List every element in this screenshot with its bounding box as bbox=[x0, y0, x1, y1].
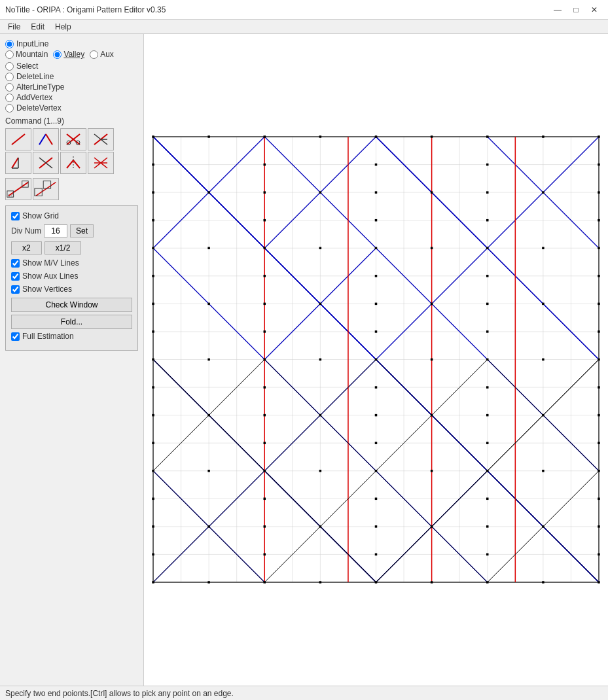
status-bar: Specify two end poionts.[Ctrl] allows to… bbox=[0, 686, 608, 700]
multiple-lines-icon bbox=[92, 155, 110, 171]
tool-btn-7[interactable] bbox=[60, 152, 86, 174]
deletevertex-label[interactable]: DeleteVertex bbox=[16, 103, 62, 113]
tool-btn-6[interactable] bbox=[33, 152, 59, 174]
status-text: Specify two end poionts.[Ctrl] allows to… bbox=[5, 689, 234, 698]
title-bar-left: NoTitle - ORIPA : Origami Pattern Editor… bbox=[5, 5, 166, 14]
tool-btn-8[interactable] bbox=[88, 152, 114, 174]
menu-bar: File Edit Help bbox=[0, 20, 608, 34]
fold-button[interactable]: Fold... bbox=[11, 315, 132, 329]
triangle-fold-icon bbox=[9, 155, 27, 171]
line-type-group: Mountain Valley Aux bbox=[5, 50, 138, 59]
line-segment-icon bbox=[9, 131, 27, 147]
addvertex-label[interactable]: AddVertex bbox=[16, 93, 52, 102]
addvertex-radio[interactable] bbox=[5, 94, 14, 102]
show-mv-lines-label[interactable]: Show M/V Lines bbox=[22, 258, 79, 268]
alterlinetype-radio[interactable] bbox=[5, 83, 14, 92]
valley-label[interactable]: Valley bbox=[63, 50, 84, 59]
extra-icons-row: L-□ bbox=[5, 178, 138, 200]
scissors-icon bbox=[64, 131, 82, 147]
show-vertices-row[interactable]: Show Vertices bbox=[11, 285, 132, 294]
show-aux-lines-label[interactable]: Show Aux Lines bbox=[22, 271, 78, 281]
mountain-label[interactable]: Mountain bbox=[16, 50, 48, 59]
show-aux-lines-checkbox[interactable] bbox=[11, 272, 20, 281]
svg-line-2 bbox=[46, 134, 52, 145]
full-estimation-checkbox[interactable] bbox=[11, 332, 20, 341]
tool-btn-3[interactable] bbox=[60, 128, 86, 150]
close-button[interactable]: ✕ bbox=[586, 3, 603, 16]
div-num-input[interactable] bbox=[44, 224, 67, 237]
select-label[interactable]: Select bbox=[16, 61, 38, 71]
app-title: NoTitle - ORIPA : Origami Pattern Editor… bbox=[5, 5, 166, 14]
minimize-button[interactable]: — bbox=[549, 3, 566, 16]
extra-btn-2[interactable] bbox=[33, 178, 59, 200]
check-window-button[interactable]: Check Window bbox=[11, 298, 132, 312]
extra-btn-1[interactable]: L-□ bbox=[5, 178, 31, 200]
left-panel: InputLine Mountain Valley Aux Select bbox=[0, 34, 144, 686]
show-mv-lines-checkbox[interactable] bbox=[11, 259, 20, 268]
svg-line-10 bbox=[12, 158, 18, 168]
line-type-indicator-icon: L-□ bbox=[6, 178, 31, 200]
inputline-group[interactable]: InputLine bbox=[5, 39, 138, 48]
show-grid-row[interactable]: Show Grid bbox=[11, 211, 132, 220]
alterlinetype-label[interactable]: AlterLineType bbox=[16, 82, 64, 92]
deleteline-label[interactable]: DeleteLine bbox=[16, 72, 54, 81]
mirror-fold-icon bbox=[64, 155, 82, 171]
menu-help[interactable]: Help bbox=[50, 21, 77, 33]
aux-label[interactable]: Aux bbox=[100, 50, 114, 59]
valley-item[interactable]: Valley bbox=[53, 50, 84, 59]
div-num-row: Div Num Set bbox=[11, 224, 132, 237]
svg-text:L-□: L-□ bbox=[9, 194, 14, 198]
svg-line-16 bbox=[67, 160, 73, 168]
options-panel: Show Grid Div Num Set x2 x1/2 Show M/V L… bbox=[5, 205, 138, 351]
inputline-label[interactable]: InputLine bbox=[16, 39, 48, 48]
scale-row: x2 x1/2 bbox=[11, 241, 132, 254]
addvertex-tool[interactable]: AddVertex bbox=[5, 93, 138, 102]
tool-btn-1[interactable] bbox=[5, 128, 31, 150]
menu-file[interactable]: File bbox=[3, 21, 26, 33]
div-num-label: Div Num bbox=[11, 226, 41, 236]
two-lines-icon bbox=[37, 131, 55, 147]
show-aux-lines-row[interactable]: Show Aux Lines bbox=[11, 271, 132, 281]
tool-btn-5[interactable] bbox=[5, 152, 31, 174]
x-half-button[interactable]: x1/2 bbox=[45, 241, 82, 254]
full-estimation-label[interactable]: Full Estimation bbox=[22, 332, 74, 341]
set-button[interactable]: Set bbox=[70, 224, 94, 237]
svg-rect-27 bbox=[43, 181, 50, 188]
show-vertices-checkbox[interactable] bbox=[11, 285, 20, 294]
deleteline-tool[interactable]: DeleteLine bbox=[5, 72, 138, 81]
perp-bisector-icon bbox=[37, 155, 55, 171]
tool-btn-4[interactable] bbox=[88, 128, 114, 150]
show-mv-lines-row[interactable]: Show M/V Lines bbox=[11, 258, 132, 268]
canvas-area[interactable] bbox=[144, 34, 608, 686]
svg-line-1 bbox=[39, 134, 46, 145]
svg-line-0 bbox=[12, 134, 25, 145]
angle-bisector-icon bbox=[92, 131, 110, 147]
menu-edit[interactable]: Edit bbox=[26, 21, 50, 33]
main-area: InputLine Mountain Valley Aux Select bbox=[0, 34, 608, 686]
aux-item[interactable]: Aux bbox=[90, 50, 114, 59]
alterlinetype-tool[interactable]: AlterLineType bbox=[5, 82, 138, 92]
svg-line-17 bbox=[73, 160, 80, 168]
svg-line-25 bbox=[36, 183, 56, 196]
valley-radio[interactable] bbox=[53, 50, 62, 59]
show-vertices-label[interactable]: Show Vertices bbox=[22, 285, 72, 294]
origami-canvas[interactable] bbox=[144, 34, 608, 686]
deleteline-radio[interactable] bbox=[5, 73, 14, 81]
select-radio[interactable] bbox=[5, 62, 14, 71]
command-label: Command (1...9) bbox=[5, 116, 138, 126]
inputline-radio[interactable] bbox=[5, 40, 14, 48]
deletevertex-tool[interactable]: DeleteVertex bbox=[5, 103, 138, 113]
full-estimation-row[interactable]: Full Estimation bbox=[11, 332, 132, 341]
tool-btn-2[interactable] bbox=[33, 128, 59, 150]
maximize-button[interactable]: □ bbox=[567, 3, 584, 16]
icon-grid bbox=[5, 128, 138, 174]
mountain-radio[interactable] bbox=[5, 50, 14, 59]
select-tool[interactable]: Select bbox=[5, 61, 138, 71]
show-grid-label[interactable]: Show Grid bbox=[22, 211, 59, 220]
x2-button[interactable]: x2 bbox=[11, 241, 42, 254]
show-grid-checkbox[interactable] bbox=[11, 212, 20, 220]
aux-radio[interactable] bbox=[90, 50, 98, 59]
deletevertex-radio[interactable] bbox=[5, 104, 14, 113]
title-bar-controls: — □ ✕ bbox=[549, 3, 603, 16]
mountain-item[interactable]: Mountain bbox=[5, 50, 48, 59]
